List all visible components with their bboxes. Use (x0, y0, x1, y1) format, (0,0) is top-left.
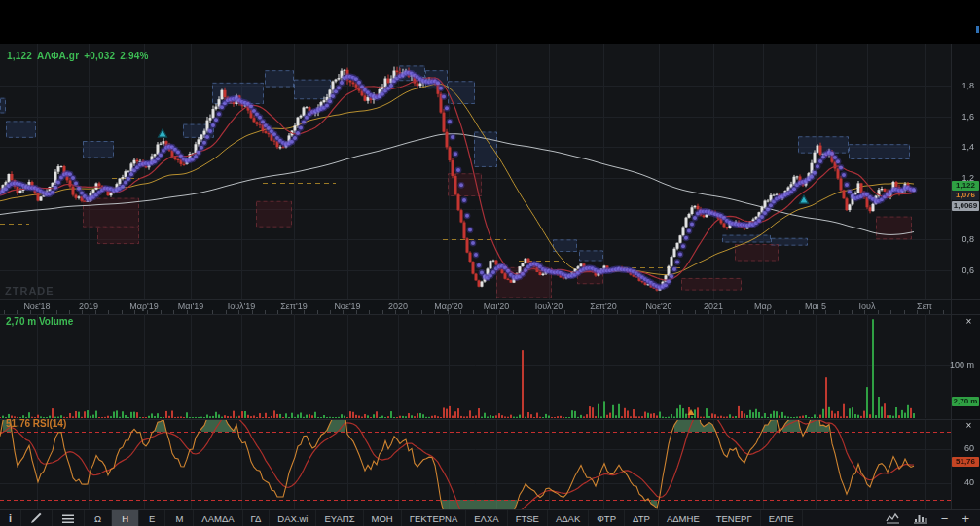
last-price: 1,122 (7, 51, 32, 61)
price-change-pct: 2,94% (120, 51, 148, 61)
date-tick-label: Ιουλ'19 (228, 301, 256, 311)
rsi-panel-title: 51,76 RSI(14) (6, 418, 66, 429)
timeframe-tab-Η[interactable]: Η (112, 510, 139, 526)
volume-current-tag: 2,70 m (952, 397, 979, 406)
date-tick-label: Σεπ (917, 301, 932, 311)
volume-toggle-icon[interactable] (909, 510, 932, 526)
volume-value: 2,70 m (6, 316, 36, 327)
ticker-readout: 1,122ΑΛΦΑ.gr+0,0322,94% (7, 51, 154, 61)
date-tick-label: 2020 (388, 301, 408, 311)
date-tick-label: 2021 (704, 301, 723, 311)
toolbar-right-group: − + (881, 510, 980, 526)
ma-mid-value-tag: 1,076 (952, 191, 979, 200)
volume-label: Volume (39, 316, 73, 327)
date-tick-label: Νοε'19 (334, 301, 360, 311)
watermark: ZTRADE (5, 285, 54, 297)
ma-slow-value-tag: 1,0069 (952, 201, 979, 211)
rsi-value: 51,76 (6, 418, 30, 429)
symbol-name: ΑΛΦΑ.gr (37, 51, 79, 61)
trading-chart-app: 1,122ΑΛΦΑ.gr+0,0322,94% ZTRADE Νοε'18201… (0, 0, 980, 526)
date-tick-label: Μαι 5 (805, 301, 826, 311)
ticker-tab-ΔΤΡ[interactable]: ΔΤΡ (625, 510, 659, 526)
rsi-label: RSI(14) (33, 418, 66, 429)
top-edge-marker (976, 26, 979, 33)
ticker-tab-ΜΟΗ[interactable]: ΜΟΗ (364, 510, 402, 526)
date-axis[interactable]: Νοε'182019Μαρ'19Μαι'19Ιουλ'19Σεπ'19Νοε'1… (0, 299, 951, 314)
ticker-tab-DAX.wi[interactable]: DAX.wi (270, 510, 316, 526)
ticker-tab-ΛΑΜΔΑ[interactable]: ΛΑΜΔΑ (194, 510, 242, 526)
date-tick-label: Μαι'20 (484, 301, 509, 311)
rsi-plot[interactable] (0, 420, 951, 509)
watchlist-icon[interactable] (53, 510, 85, 526)
volume-panel-title: 2,70 m Volume (6, 316, 73, 327)
ticker-tab-ΓΔ[interactable]: ΓΔ (243, 510, 271, 526)
draw-icon[interactable] (21, 510, 53, 526)
date-tick-label: 2019 (79, 301, 98, 311)
ticker-tab-ΤΕΝΕΡΓ[interactable]: ΤΕΝΕΡΓ (708, 510, 761, 526)
last-price-tag: 1,122 (952, 181, 979, 191)
price-axis[interactable] (951, 44, 980, 299)
ticker-tab-ΕΛΠΕ[interactable]: ΕΛΠΕ (761, 510, 803, 526)
date-tick-label: Ιουλ'20 (535, 301, 563, 311)
volume-plot[interactable] (0, 314, 951, 419)
ticker-tab-ΓΕΚΤΕΡΝΑ[interactable]: ΓΕΚΤΕΡΝΑ (402, 510, 467, 526)
rsi-current-tag: 51,76 (952, 457, 979, 467)
date-tick-label: Ιουλ (859, 301, 876, 311)
ticker-tab-FTSE[interactable]: FTSE (508, 510, 548, 526)
zoom-in-button[interactable]: + (957, 510, 974, 526)
rsi-panel-close-button[interactable]: × (963, 421, 974, 432)
date-tick-label: Νοε'18 (23, 301, 50, 311)
info-icon[interactable]: i (0, 510, 21, 526)
date-tick-label: Μαρ (754, 301, 772, 311)
toolbar-left-group: iΩΗΕΜΛΑΜΔΑΓΔDAX.wiΕΥΑΠΣΜΟΗΓΕΚΤΕΡΝΑΕΛΧΑFT… (0, 510, 803, 526)
bottom-toolbar: iΩΗΕΜΛΑΜΔΑΓΔDAX.wiΕΥΑΠΣΜΟΗΓΕΚΤΕΡΝΑΕΛΧΑFT… (0, 509, 980, 526)
ticker-tab-ΕΥΑΠΣ[interactable]: ΕΥΑΠΣ (316, 510, 363, 526)
volume-panel-close-button[interactable]: × (963, 317, 974, 328)
timeframe-tab-Ε[interactable]: Ε (139, 510, 165, 526)
date-tick-label: Σεπ'20 (590, 301, 617, 311)
timeframe-tab-Μ[interactable]: Μ (165, 510, 194, 526)
ticker-tab-ΕΛΧΑ[interactable]: ΕΛΧΑ (466, 510, 507, 526)
date-tick-label: Μαι'19 (178, 301, 203, 311)
zoom-out-button[interactable]: − (936, 510, 954, 526)
ticker-tab-ΑΔΑΚ[interactable]: ΑΔΑΚ (548, 510, 589, 526)
price-change: +0,032 (84, 51, 115, 61)
main-chart-plot[interactable] (0, 44, 951, 299)
chart-type-icon[interactable] (881, 510, 905, 526)
date-tick-label: Νοε'20 (645, 301, 671, 311)
timeframe-tab-Ω[interactable]: Ω (85, 510, 112, 526)
ticker-tab-ΦΤΡ[interactable]: ΦΤΡ (589, 510, 625, 526)
date-tick-label: Μαρ'19 (129, 301, 159, 311)
date-tick-label: Σεπ'19 (280, 301, 308, 311)
ticker-tab-ΑΔΜΗΕ[interactable]: ΑΔΜΗΕ (659, 510, 708, 526)
date-tick-label: Μαρ'20 (434, 301, 463, 311)
